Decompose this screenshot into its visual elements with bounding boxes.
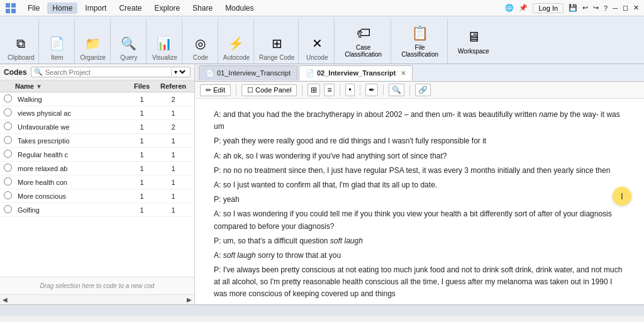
clipboard-label: Clipboard [8,54,35,61]
doc-tab-0[interactable]: 📄 01_Interview_Transcript [199,65,297,80]
row-radio[interactable] [4,94,15,104]
query-icon: 🔍 [121,37,136,50]
menu-modules[interactable]: Modules [220,3,258,14]
row-references: 1 [156,137,191,145]
list-item[interactable]: Golfing 1 1 [0,203,194,217]
network-icon: 🌐 [505,4,514,12]
row-files: 1 [128,206,156,214]
zoom-button[interactable]: 🔍 [389,84,404,96]
row-radio[interactable] [4,205,15,214]
file-classification-icon: 📋 [411,25,428,42]
list-item[interactable]: more relaxed ab 1 1 [0,162,194,175]
row-radio[interactable] [4,150,15,159]
case-classification-button[interactable]: 🏷 CaseClassification [340,22,387,61]
menu-import[interactable]: Import [80,3,111,14]
row-files: 1 [128,179,156,186]
visualize-button[interactable]: 📊 [152,35,178,52]
save-icon: 💾 [569,4,577,12]
scroll-left-arrow[interactable]: ◀ [3,296,8,303]
scroll-right-arrow[interactable]: ▶ [187,296,192,303]
layout-button[interactable]: ≡ [324,84,335,96]
paragraph: A: so I just wanted to confirm all that,… [214,179,625,191]
clipboard-button[interactable]: ⧉ [8,35,34,52]
menu-home[interactable]: Home [47,3,77,14]
code-icon: ◎ [195,37,206,50]
row-files: 1 [128,165,156,172]
format-button[interactable]: ✒ [365,84,378,96]
app-icon [5,3,16,14]
close-icon[interactable]: ✕ [633,4,639,12]
row-files: 1 [128,192,156,200]
bullet-button[interactable]: • [345,84,354,96]
uncode-button[interactable]: ✕ [304,35,330,52]
menu-file[interactable]: File [23,3,45,14]
code-button[interactable]: ◎ [187,35,214,52]
query-label: Query [120,54,137,61]
search-scope-select[interactable]: ▾ [171,68,187,76]
visualize-icon: 📊 [157,37,172,50]
row-radio[interactable] [4,191,15,201]
menu-explore[interactable]: Explore [149,3,185,14]
file-classification-label: FileClassification [401,44,438,58]
ribbon-group-case-classification: 🏷 CaseClassification [336,19,391,64]
code-panel-button[interactable]: ☐ Code Panel [242,84,297,96]
row-radio[interactable] [4,164,15,173]
rangecode-label: Range Code [259,54,294,61]
highlight-marker[interactable]: I [613,187,631,206]
row-name: Walking [15,96,128,103]
paragraph: P: I've always been pretty conscious at … [214,264,625,301]
codes-search-box[interactable]: 🔍 ▾ [31,67,191,77]
list-item[interactable]: views physical ac 1 1 [0,106,194,120]
list-item[interactable]: Unfavourable we 1 2 [0,120,194,134]
codes-drop-zone[interactable]: Drag selection here to code to a new cod [0,277,194,294]
search-input[interactable] [45,69,169,76]
row-files: 1 [128,151,156,158]
ribbon-group-rangecode: ⊞ Range Code [255,19,299,64]
paragraph: P: um, so that's a difficult question so… [214,235,625,247]
codes-list: Walking 1 2 views physical ac 1 1 Unfavo… [0,92,194,277]
minimize-icon[interactable]: ─ [613,4,618,12]
organize-button[interactable]: 📁 [80,35,106,52]
organize-buttons: 📁 [80,35,106,52]
file-classification-button[interactable]: 📋 FileClassification [396,22,443,61]
query-button[interactable]: 🔍 [116,35,142,52]
link-button[interactable]: 🔗 [415,84,431,96]
row-name: Takes prescriptio [15,137,128,145]
row-radio[interactable] [4,177,15,187]
view-toggle-button[interactable]: ⊞ [308,84,320,96]
col-header-files: Files [128,82,156,90]
clipboard-icon: ⧉ [16,37,25,50]
uncode-buttons: ✕ [304,35,330,52]
edit-button[interactable]: ✏ Edit [200,84,231,96]
code-label: Code [193,54,208,61]
svg-rect-0 [6,3,10,8]
doc-toolbar: ✏ Edit ☐ Code Panel ⊞ ≡ • ✒ 🔍 🔗 [195,82,644,99]
restore-icon[interactable]: ◻ [623,4,628,12]
menu-create[interactable]: Create [114,3,147,14]
autocode-button[interactable]: ⚡ [223,35,250,52]
workspace-button[interactable]: 🖥 Workspace [453,22,494,61]
autocode-buttons: ⚡ [223,35,250,52]
rangecode-button[interactable]: ⊞ [264,35,290,52]
search-icon: 🔍 [34,68,43,76]
doc-tab-1[interactable]: 📄 02_Interview_Transcript ✕ [299,65,413,80]
list-item[interactable]: More conscious 1 1 [0,189,194,203]
list-item[interactable]: Regular health c 1 1 [0,148,194,162]
ribbon-group-workspace: 🖥 Workspace [449,19,498,64]
paragraph: A: yeah- would you say that there've bee… [214,303,625,304]
row-radio[interactable] [4,136,15,145]
col-header-name[interactable]: Name ▼ [15,82,128,90]
row-name: Regular health c [15,151,128,158]
row-radio[interactable] [4,122,15,131]
main-area: Codes 🔍 ▾ Name ▼ Files Referen Walking 1… [0,64,644,304]
paragraph: P: no no no treatment since then, I just… [214,165,625,177]
tab-close-1[interactable]: ✕ [401,70,406,77]
menu-share[interactable]: Share [187,3,218,14]
login-button[interactable]: Log In [533,3,564,13]
list-item[interactable]: Takes prescriptio 1 1 [0,134,194,148]
row-radio[interactable] [4,108,15,118]
list-item[interactable]: Walking 1 2 [0,92,194,106]
case-classification-label: CaseClassification [345,44,382,58]
list-item[interactable]: More health con 1 1 [0,175,194,189]
item-button[interactable]: 📄 [44,35,70,52]
